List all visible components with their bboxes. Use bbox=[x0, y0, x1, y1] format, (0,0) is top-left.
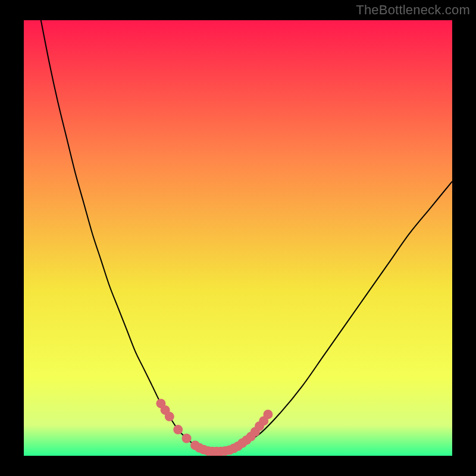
marker-dot bbox=[173, 425, 183, 434]
chart-svg bbox=[24, 20, 452, 456]
marker-dot bbox=[165, 412, 174, 421]
plot-area bbox=[24, 20, 452, 456]
gradient-bg bbox=[24, 20, 452, 456]
marker-dot bbox=[263, 409, 273, 419]
chart-frame: TheBottleneck.com bbox=[0, 0, 476, 476]
marker-dot bbox=[182, 434, 192, 443]
watermark-text: TheBottleneck.com bbox=[356, 2, 470, 18]
